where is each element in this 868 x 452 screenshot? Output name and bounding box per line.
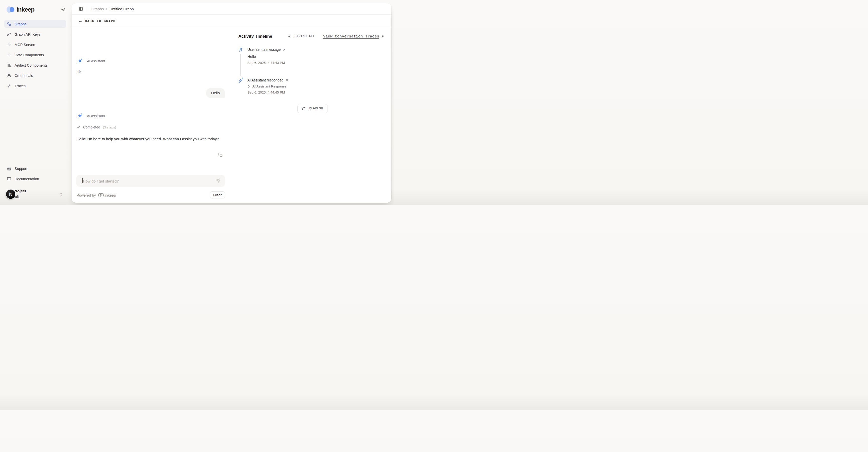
breadcrumb-current: Untitled Graph [110, 7, 134, 11]
sparkles-icon [76, 58, 83, 64]
sidebar-item-label: Graph API Keys [14, 32, 40, 36]
sidebar-toggle-button[interactable] [79, 6, 84, 11]
sidebar-footer: Support Documentation My Project default… [4, 165, 66, 201]
timeline-title: Activity Timeline [238, 34, 272, 39]
sidebar-item-graphs[interactable]: Graphs [4, 20, 66, 28]
sidebar-item-credentials[interactable]: Credentials [4, 72, 66, 80]
arrow-left-icon [79, 19, 82, 23]
sparkles-icon [238, 78, 243, 83]
powered-by: Powered by inkeep [76, 193, 116, 198]
workflow-icon [7, 22, 11, 26]
inkeep-outline-logo-icon [98, 193, 104, 198]
sparkles-icon [76, 113, 83, 119]
copy-icon [218, 152, 223, 157]
chevron-right-icon: › [106, 7, 107, 11]
timeline-item-title: AI Assistant responded [247, 78, 283, 82]
chevrons-up-down-icon [59, 192, 63, 197]
sidebar-item-label: MCP Servers [14, 43, 36, 47]
component-icon [7, 53, 11, 57]
sidebar-item-label: Traces [14, 84, 26, 88]
library-icon [7, 63, 11, 67]
sidebar-nav: Graphs Graph API Keys MCP Servers Data C… [4, 20, 66, 90]
timeline-item-ai-response: AI Assistant responded AI Assistant Resp… [238, 78, 384, 94]
content-area: AI assistant Hi! Hello AI assistant [72, 28, 391, 203]
status-label: Completed [83, 125, 100, 129]
back-to-graph-link[interactable]: BACK TO GRAPH [72, 15, 391, 28]
arrow-up-right-icon [283, 48, 286, 51]
breadcrumb-graphs-link[interactable]: Graphs [91, 7, 104, 11]
copy-button[interactable] [218, 152, 223, 158]
sidebar-item-label: Credentials [14, 74, 33, 78]
assistant-message: Hi! [76, 69, 81, 74]
panel-left-icon [79, 7, 83, 11]
project-selector[interactable]: My Project default N [4, 189, 66, 201]
expand-all-button[interactable]: EXPAND ALL [287, 35, 315, 38]
ai-response-label: AI Assistant Response [252, 84, 286, 88]
chat-input[interactable] [82, 175, 212, 187]
status-steps: (3 steps) [103, 125, 116, 129]
card-header: Graphs › Untitled Graph [72, 3, 391, 15]
timeline-connector [240, 54, 241, 76]
arrow-up-right-icon [285, 79, 288, 82]
inkeep-brand-link[interactable]: inkeep [98, 193, 116, 198]
life-buoy-icon [7, 167, 11, 171]
check-icon [77, 125, 81, 129]
timeline-item-title-link[interactable]: User sent a message [247, 48, 384, 52]
view-traces-label: View Conversation Traces [323, 34, 379, 39]
chat-panel: AI assistant Hi! Hello AI assistant [72, 28, 231, 203]
send-button[interactable] [215, 178, 221, 184]
timeline-header: Activity Timeline EXPAND ALL View Conver… [238, 34, 384, 39]
book-open-icon [7, 177, 11, 181]
expand-all-label: EXPAND ALL [294, 35, 315, 38]
key-icon [7, 32, 11, 36]
timeline-item-title-link[interactable]: AI Assistant responded [247, 78, 384, 82]
chevron-down-icon [287, 35, 291, 38]
inkeep-logo-icon [6, 6, 15, 13]
chat-input-container [76, 175, 225, 187]
sidebar-item-label: Documentation [14, 177, 39, 181]
project-avatar[interactable]: N [6, 190, 15, 199]
sidebar-item-mcp-servers[interactable]: MCP Servers [4, 41, 66, 49]
sidebar-item-artifact-components[interactable]: Artifact Components [4, 61, 66, 69]
timeline-items: User sent a message Hello Sep 6, 2025, 4… [238, 48, 384, 94]
timeline-item-timestamp: Sep 6, 2025, 4:44:45 PM [247, 90, 384, 94]
sidebar-item-label: Graphs [14, 22, 27, 26]
refresh-button[interactable]: REFRESH [298, 104, 328, 113]
activity-icon [7, 84, 11, 88]
theme-toggle-button[interactable] [60, 6, 66, 13]
sidebar-item-data-components[interactable]: Data Components [4, 51, 66, 59]
main-card: Graphs › Untitled Graph BACK TO GRAPH AI… [72, 3, 391, 203]
refresh-label: REFRESH [309, 107, 323, 110]
sidebar-item-support[interactable]: Support [4, 165, 66, 172]
refresh-icon [302, 107, 306, 111]
sidebar-item-graph-api-keys[interactable]: Graph API Keys [4, 30, 66, 38]
timeline-item-title: User sent a message [247, 48, 281, 52]
arrow-up-right-icon [381, 35, 384, 38]
user-message-bubble: Hello [206, 88, 225, 98]
mcp-icon [7, 43, 11, 47]
inkeep-brand-text: inkeep [105, 193, 116, 198]
activity-timeline-panel: Activity Timeline EXPAND ALL View Conver… [231, 28, 391, 203]
view-conversation-traces-link[interactable]: View Conversation Traces [323, 34, 384, 39]
sidebar-item-documentation[interactable]: Documentation [4, 175, 66, 183]
ai-response-expander[interactable]: AI Assistant Response [247, 84, 384, 88]
completion-status[interactable]: Completed (3 steps) [77, 125, 116, 129]
sidebar-item-label: Data Components [14, 53, 44, 57]
sidebar-item-label: Artifact Components [14, 63, 48, 67]
sidebar-item-traces[interactable]: Traces [4, 82, 66, 90]
timeline-item-body: Hello [247, 54, 384, 59]
logo-wordmark: inkeep [17, 6, 34, 13]
chevron-right-icon [247, 85, 250, 88]
send-icon [215, 178, 221, 184]
assistant-header: AI assistant [76, 113, 105, 119]
assistant-message: Hello! I'm here to help you with whateve… [76, 136, 225, 142]
breadcrumb: Graphs › Untitled Graph [91, 7, 134, 11]
header-divider [87, 5, 87, 12]
user-icon [239, 48, 243, 52]
sidebar: inkeep Graphs Graph API Keys MCP Servers [0, 0, 72, 205]
sun-icon [61, 7, 65, 12]
powered-by-label: Powered by [76, 193, 96, 197]
sidebar-item-label: Support [14, 167, 27, 171]
clear-button[interactable]: Clear [210, 191, 225, 198]
assistant-label: AI assistant [87, 59, 105, 63]
